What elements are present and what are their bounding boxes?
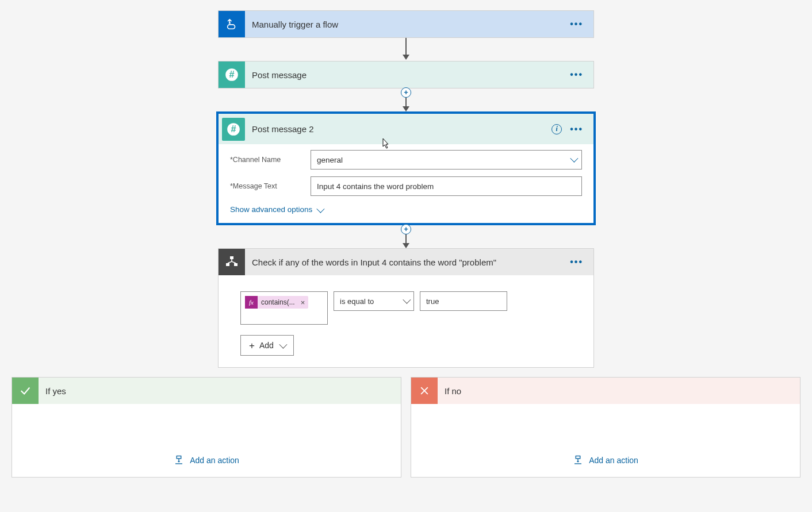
add-action-icon [573, 455, 583, 465]
chevron-down-icon [403, 297, 409, 305]
if-yes-branch[interactable]: If yes Add an action [12, 377, 401, 478]
add-action-icon [174, 455, 184, 465]
fx-token[interactable]: fx contains(... × [245, 296, 308, 309]
trigger-card[interactable]: Manually trigger a flow ••• [218, 10, 594, 38]
if-no-title: If no [438, 386, 461, 396]
post-message-title: Post message [245, 70, 570, 80]
post-message-2-title: Post message 2 [245, 124, 551, 134]
condition-left-operand[interactable]: fx contains(... × [240, 291, 328, 325]
condition-title: Check if any of the words in Input 4 con… [245, 257, 570, 267]
channel-name-value: general [317, 156, 343, 164]
condition-operator-value: is equal to [340, 297, 374, 306]
channel-name-select[interactable]: general [311, 150, 582, 170]
condition-value: true [426, 297, 439, 306]
add-action-no[interactable]: Add an action [573, 455, 638, 465]
svg-rect-8 [234, 263, 238, 266]
post-message-2-card[interactable]: # Post message 2 i ••• *Channel Name gen… [216, 111, 596, 225]
arrow [403, 38, 409, 61]
hash-icon: # [219, 61, 245, 88]
add-condition-button[interactable]: + Add [240, 335, 294, 356]
trigger-menu[interactable]: ••• [570, 20, 583, 29]
show-advanced-options[interactable]: Show advanced options [230, 205, 323, 214]
if-no-branch[interactable]: If no Add an action [411, 377, 800, 478]
condition-card[interactable]: Check if any of the words in Input 4 con… [218, 248, 594, 368]
svg-rect-7 [226, 263, 229, 266]
svg-rect-9 [177, 456, 181, 459]
condition-menu[interactable]: ••• [570, 257, 583, 267]
message-text-input[interactable]: Input 4 contains the word problem [311, 176, 582, 196]
svg-text:#: # [229, 69, 234, 79]
chevron-down-icon [317, 205, 325, 213]
post-message-menu[interactable]: ••• [570, 70, 583, 79]
condition-operator-select[interactable]: is equal to [334, 291, 414, 311]
condition-right-operand[interactable]: true [420, 291, 507, 311]
post-message-card[interactable]: # Post message ••• [218, 61, 594, 88]
hash-icon: # [222, 118, 245, 141]
trigger-icon [219, 11, 245, 37]
message-text-label: *Message Text [230, 182, 311, 190]
plus-icon: + [249, 341, 255, 351]
close-icon [411, 378, 438, 404]
svg-point-1 [229, 22, 231, 24]
post-message-2-menu[interactable]: ••• [570, 125, 583, 134]
channel-name-label: *Channel Name [230, 156, 311, 164]
svg-rect-0 [228, 25, 235, 29]
svg-rect-10 [576, 456, 580, 459]
insert-step-button[interactable]: + [401, 87, 411, 98]
remove-token-icon[interactable]: × [301, 298, 305, 307]
trigger-title: Manually trigger a flow [245, 20, 570, 29]
svg-rect-6 [230, 256, 233, 259]
info-icon[interactable]: i [551, 124, 562, 134]
chevron-down-icon [570, 155, 576, 164]
if-yes-title: If yes [39, 386, 66, 396]
fx-label: contains(... [261, 298, 295, 306]
insert-step-button[interactable]: + [401, 224, 411, 234]
arrow-plus: + [403, 88, 409, 111]
condition-icon [219, 249, 245, 275]
fx-icon: fx [245, 296, 258, 309]
svg-text:#: # [231, 124, 236, 134]
arrow-plus: + [403, 225, 409, 248]
add-action-yes[interactable]: Add an action [174, 455, 239, 465]
check-icon [12, 378, 39, 404]
chevron-down-icon [279, 341, 287, 349]
message-text-value: Input 4 contains the word problem [317, 182, 434, 191]
